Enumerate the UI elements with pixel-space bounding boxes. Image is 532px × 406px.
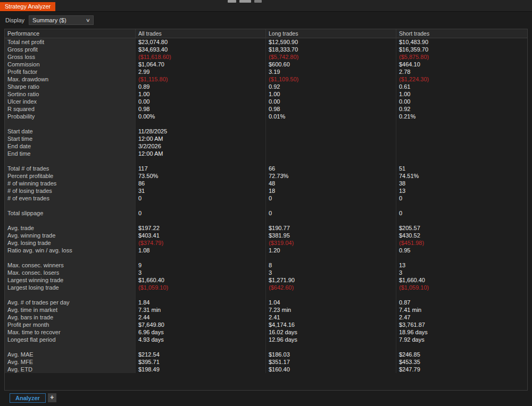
row-label: Longest flat period bbox=[5, 336, 136, 343]
table-row bbox=[5, 202, 527, 209]
cell-value: 4.93 days bbox=[136, 336, 266, 343]
table-row: R squared0.980.980.92 bbox=[5, 105, 527, 113]
cell-value: $464.10 bbox=[396, 61, 527, 68]
row-label: Max. time to recover bbox=[5, 328, 136, 336]
column-header-long-trades[interactable]: Long trades bbox=[266, 29, 396, 38]
cell-value: $3,761.87 bbox=[396, 321, 527, 328]
cell-value: 0.00 bbox=[136, 98, 266, 105]
cell-value: $1,660.40 bbox=[396, 276, 527, 284]
cell-value: ($11,618.60) bbox=[136, 53, 266, 61]
cell-value: 13 bbox=[396, 187, 527, 194]
cell-value: 72.73% bbox=[266, 172, 396, 180]
row-label bbox=[5, 343, 136, 351]
cell-value bbox=[136, 343, 266, 351]
table-row: Ratio avg. win / avg. loss1.081.200.95 bbox=[5, 247, 527, 254]
column-header-performance[interactable]: Performance bbox=[5, 29, 136, 38]
table-row: Avg. trade$197.22$190.77$205.57 bbox=[5, 224, 527, 232]
clipped-toolbar-icons bbox=[228, 0, 262, 3]
table-row: Profit factor2.993.192.78 bbox=[5, 68, 527, 75]
column-header-all-trades[interactable]: All trades bbox=[136, 29, 266, 38]
cell-value bbox=[136, 254, 266, 261]
cell-value: $453.35 bbox=[396, 358, 527, 366]
row-label: Profit per month bbox=[5, 321, 136, 328]
cell-value: $10,483.90 bbox=[396, 38, 527, 46]
cell-value bbox=[266, 202, 396, 209]
table-row: Max. consec. winners9813 bbox=[5, 261, 527, 269]
cell-value: $212.54 bbox=[136, 351, 266, 358]
cell-value bbox=[396, 343, 527, 351]
cell-value: ($451.98) bbox=[396, 239, 527, 247]
clipped-icon bbox=[239, 0, 251, 3]
table-row bbox=[5, 217, 527, 224]
cell-value: ($5,742.80) bbox=[266, 53, 396, 61]
cell-value: $12,590.90 bbox=[266, 38, 396, 46]
display-dropdown[interactable]: Summary ($) ∨ bbox=[29, 15, 94, 25]
cell-value: 0.95 bbox=[396, 247, 527, 254]
row-label bbox=[5, 217, 136, 224]
table-row: Start time12:00 AM bbox=[5, 135, 527, 142]
cell-value: ($642.60) bbox=[266, 284, 396, 291]
tab-analyzer[interactable]: Analyzer bbox=[10, 393, 46, 403]
cell-value: $403.41 bbox=[136, 232, 266, 239]
display-label: Display bbox=[5, 17, 24, 23]
bottom-tab-bar: Analyzer + bbox=[0, 392, 532, 406]
table-row: End date3/2/2026 bbox=[5, 142, 527, 150]
cell-value: 2.99 bbox=[136, 68, 266, 75]
table-row: # of losing trades311813 bbox=[5, 187, 527, 194]
cell-value: 0.92 bbox=[396, 105, 527, 113]
cell-value: 16.02 days bbox=[266, 328, 396, 336]
cell-value: $23,074.80 bbox=[136, 38, 266, 46]
table-row: Gross loss($11,618.60)($5,742.80)($5,875… bbox=[5, 53, 527, 61]
cell-value: $381.95 bbox=[266, 232, 396, 239]
chevron-down-icon: ∨ bbox=[86, 18, 90, 23]
table-row: # of even trades000 bbox=[5, 194, 527, 202]
cell-value: 0.92 bbox=[266, 83, 396, 90]
add-tab-button[interactable]: + bbox=[48, 393, 56, 402]
table-row: Ulcer index0.000.000.00 bbox=[5, 98, 527, 105]
cell-value: 0 bbox=[396, 209, 527, 217]
cell-value bbox=[396, 135, 527, 142]
table-row: Avg. MAE$212.54$186.03$246.85 bbox=[5, 351, 527, 358]
cell-value: 1.08 bbox=[136, 247, 266, 254]
cell-value: 7.92 days bbox=[396, 336, 527, 343]
table-row: Total # of trades1176651 bbox=[5, 165, 527, 172]
cell-value: 12:00 AM bbox=[136, 135, 266, 142]
cell-value: 1.84 bbox=[136, 299, 266, 306]
cell-value bbox=[396, 217, 527, 224]
cell-value: $351.17 bbox=[266, 358, 396, 366]
table-row: Largest losing trade($1,059.10)($642.60)… bbox=[5, 284, 527, 291]
table-row: Longest flat period4.93 days12.96 days7.… bbox=[5, 336, 527, 343]
cell-value: 7.23 min bbox=[266, 306, 396, 314]
table-row: Max. time to recover6.96 days16.02 days1… bbox=[5, 328, 527, 336]
cell-value: ($1,224.30) bbox=[396, 75, 527, 83]
row-label: Avg. winning trade bbox=[5, 232, 136, 239]
cell-value: 0.00 bbox=[396, 98, 527, 105]
cell-value bbox=[266, 217, 396, 224]
cell-value bbox=[136, 217, 266, 224]
row-label bbox=[5, 157, 136, 165]
row-label: Avg. time in market bbox=[5, 306, 136, 314]
cell-value: 0.21% bbox=[396, 113, 527, 120]
row-label: Avg. losing trade bbox=[5, 239, 136, 247]
row-label: Avg. MFE bbox=[5, 358, 136, 366]
cell-value: 8 bbox=[266, 261, 396, 269]
cell-value bbox=[396, 128, 527, 135]
cell-value: 13 bbox=[396, 261, 527, 269]
strategy-analyzer-tab[interactable]: Strategy Analyzer bbox=[0, 2, 55, 11]
cell-value: 18 bbox=[266, 187, 396, 194]
cell-value: $1,064.70 bbox=[136, 61, 266, 68]
cell-value: 86 bbox=[136, 180, 266, 187]
cell-value: 0.98 bbox=[136, 105, 266, 113]
cell-value: $198.49 bbox=[136, 366, 266, 373]
cell-value: 1.00 bbox=[136, 90, 266, 98]
cell-value: 2.44 bbox=[136, 314, 266, 321]
cell-value: $190.77 bbox=[266, 224, 396, 232]
cell-value bbox=[396, 150, 527, 157]
table-body: Total net profit$23,074.80$12,590.90$10,… bbox=[5, 38, 527, 373]
cell-value: $600.60 bbox=[266, 61, 396, 68]
cell-value: 66 bbox=[266, 165, 396, 172]
table-row: Profit per month$7,649.80$4,174.16$3,761… bbox=[5, 321, 527, 328]
column-header-short-trades[interactable]: Short trades bbox=[396, 29, 527, 38]
clipped-icon bbox=[254, 0, 262, 3]
cell-value: 74.51% bbox=[396, 172, 527, 180]
